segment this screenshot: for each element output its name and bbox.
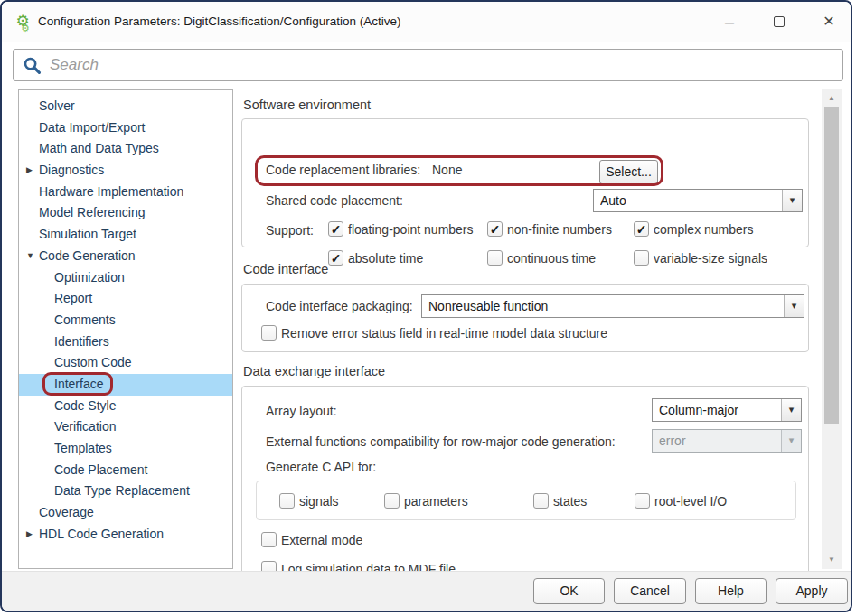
checkbox-label-states[interactable]: states <box>553 494 587 509</box>
select-button[interactable]: Select... <box>599 160 658 184</box>
chevron-down-icon[interactable]: ▾ <box>784 295 804 317</box>
sidebar-item-label[interactable]: Diagnostics <box>39 160 104 182</box>
checkbox-label-log-mdf[interactable]: Log simulation data to MDF file <box>281 562 456 571</box>
sidebar-item-label[interactable]: Templates <box>54 438 112 460</box>
sidebar-item-math-and-data-types[interactable]: Math and Data Types <box>19 138 232 160</box>
sidebar-item-simulation-target[interactable]: Simulation Target <box>19 224 232 246</box>
sidebar-item-label[interactable]: Comments <box>54 310 116 331</box>
sidebar-item-label[interactable]: Math and Data Types <box>39 138 159 160</box>
apply-button[interactable]: Apply <box>776 578 848 604</box>
scroll-up-icon[interactable]: ▲ <box>822 91 842 106</box>
array-layout-dropdown[interactable]: Column-major ▾ <box>652 398 802 422</box>
window-title: Configuration Parameters: DigitClassific… <box>38 2 400 42</box>
checkbox-log-mdf[interactable] <box>261 561 277 571</box>
code-interface-packaging-dropdown[interactable]: Nonreusable function ▾ <box>421 294 804 318</box>
sidebar-item-optimization[interactable]: Optimization <box>19 267 232 289</box>
checkbox-external-mode[interactable] <box>261 532 277 547</box>
sidebar-item-report[interactable]: Report <box>19 288 232 310</box>
checkbox-signals[interactable] <box>279 493 295 509</box>
sidebar-item-solver[interactable]: Solver <box>19 96 232 117</box>
cancel-button[interactable]: Cancel <box>614 578 686 604</box>
checkbox-absolute-time[interactable]: ✓ <box>328 250 343 266</box>
checkbox-label-remove-error-status[interactable]: Remove error status field in real-time m… <box>281 326 607 341</box>
sidebar-item-code-style[interactable]: Code Style <box>19 396 232 417</box>
checkbox-states[interactable] <box>533 493 549 509</box>
checkbox-label-signals[interactable]: signals <box>299 494 339 509</box>
sidebar-item-label[interactable]: Verification <box>54 416 116 438</box>
sidebar-item-interface[interactable]: Interface <box>19 374 232 396</box>
sidebar-item-data-import-export[interactable]: Data Import/Export <box>19 117 232 139</box>
sidebar-item-verification[interactable]: Verification <box>19 416 232 438</box>
checkbox-remove-error-status[interactable] <box>261 325 277 341</box>
sidebar-item-label[interactable]: Custom Code <box>54 352 132 374</box>
checkbox-label-complex-numbers[interactable]: complex numbers <box>654 222 754 238</box>
chevron-down-icon[interactable]: ▾ <box>782 190 802 211</box>
tree-collapsed-icon[interactable]: ▶ <box>26 160 39 182</box>
sidebar-item-label[interactable]: Code Style <box>54 396 116 417</box>
maximize-icon <box>774 16 785 27</box>
sidebar-item-templates[interactable]: Templates <box>19 438 232 460</box>
sidebar-item-label[interactable]: Model Referencing <box>39 202 146 224</box>
sidebar-item-label[interactable]: Data Import/Export <box>39 117 146 139</box>
ok-button[interactable]: OK <box>533 578 605 604</box>
checkbox-label-variable-size-signals[interactable]: variable-size signals <box>654 251 767 266</box>
maximize-button[interactable] <box>767 11 792 33</box>
code-interface-packaging-label: Code interface packaging: <box>266 299 413 313</box>
sidebar-item-label[interactable]: Identifiers <box>54 331 109 353</box>
checkbox-label-root-level-io[interactable]: root-level I/O <box>654 494 727 509</box>
sidebar-item-model-referencing[interactable]: Model Referencing <box>19 202 232 224</box>
vertical-scrollbar[interactable]: ▲ ▼ <box>822 89 842 569</box>
sidebar-item-code-placement[interactable]: Code Placement <box>19 460 232 481</box>
minimize-button[interactable]: – <box>717 11 742 33</box>
sidebar-item-label[interactable]: Hardware Implementation <box>39 182 183 203</box>
scrollbar-thumb[interactable] <box>824 107 839 424</box>
sidebar-item-label[interactable]: Optimization <box>54 267 125 289</box>
sidebar-item-identifiers[interactable]: Identifiers <box>19 331 232 353</box>
sidebar-item-label[interactable]: Simulation Target <box>39 224 136 246</box>
close-button[interactable]: ✕ <box>816 11 842 33</box>
sidebar-item-custom-code[interactable]: Custom Code <box>19 352 232 374</box>
help-button[interactable]: Help <box>695 578 767 604</box>
sidebar-item-label[interactable]: HDL Code Generation <box>39 524 164 546</box>
checkbox-label-continuous-time[interactable]: continuous time <box>507 251 596 266</box>
title-bar[interactable]: ⚙ ⚙ Configuration Parameters: DigitClass… <box>2 2 851 42</box>
checkbox-variable-size-signals[interactable] <box>634 250 649 266</box>
checkbox-label-floating-point-numbers[interactable]: floating-point numbers <box>348 222 474 238</box>
sidebar-item-comments[interactable]: Comments <box>19 310 232 331</box>
checkbox-label-absolute-time[interactable]: absolute time <box>348 251 423 266</box>
search-box[interactable] <box>13 49 843 81</box>
dropdown-value: Auto <box>600 190 780 211</box>
shared-code-placement-dropdown[interactable]: Auto ▾ <box>593 189 803 212</box>
sidebar-item-label[interactable]: Interface <box>54 374 103 396</box>
checkbox-non-finite-numbers[interactable]: ✓ <box>487 221 503 237</box>
scroll-down-icon[interactable]: ▼ <box>822 553 842 567</box>
tree-collapsed-icon[interactable]: ▶ <box>26 524 39 546</box>
sidebar-item-code-generation[interactable]: ▼Code Generation <box>19 246 232 267</box>
sidebar-item-hardware-implementation[interactable]: Hardware Implementation <box>19 182 232 203</box>
checkbox-parameters[interactable] <box>384 493 400 509</box>
sidebar-item-label[interactable]: Coverage <box>39 502 94 524</box>
checkbox-continuous-time[interactable] <box>487 250 503 266</box>
code-replacement-value: None <box>432 163 462 177</box>
tree-expanded-icon[interactable]: ▼ <box>26 246 39 267</box>
checkbox-label-external-mode[interactable]: External mode <box>281 533 362 548</box>
sidebar-item-label[interactable]: Code Placement <box>54 460 148 481</box>
sidebar-item-label[interactable]: Data Type Replacement <box>54 481 190 502</box>
sidebar-item-coverage[interactable]: Coverage <box>19 502 232 524</box>
search-input[interactable] <box>48 51 825 79</box>
checkbox-label-non-finite-numbers[interactable]: non-finite numbers <box>507 222 612 238</box>
section-title-data-exchange: Data exchange interface <box>243 364 385 378</box>
sidebar-item-label[interactable]: Code Generation <box>39 246 136 267</box>
sidebar-item-data-type-replacement[interactable]: Data Type Replacement <box>19 481 232 502</box>
checkbox-label-parameters[interactable]: parameters <box>404 494 468 509</box>
dropdown-value: error <box>659 430 779 452</box>
configuration-parameters-dialog: ⚙ ⚙ Configuration Parameters: DigitClass… <box>0 0 852 612</box>
sidebar-item-label[interactable]: Report <box>54 288 92 310</box>
chevron-down-icon[interactable]: ▾ <box>781 399 801 421</box>
checkbox-floating-point-numbers[interactable]: ✓ <box>328 221 343 237</box>
sidebar-item-label[interactable]: Solver <box>39 96 75 117</box>
sidebar-item-hdl-code-generation[interactable]: ▶HDL Code Generation <box>19 524 232 546</box>
checkbox-complex-numbers[interactable]: ✓ <box>634 221 649 237</box>
checkbox-root-level-io[interactable] <box>635 493 650 509</box>
sidebar-item-diagnostics[interactable]: ▶Diagnostics <box>19 160 232 182</box>
